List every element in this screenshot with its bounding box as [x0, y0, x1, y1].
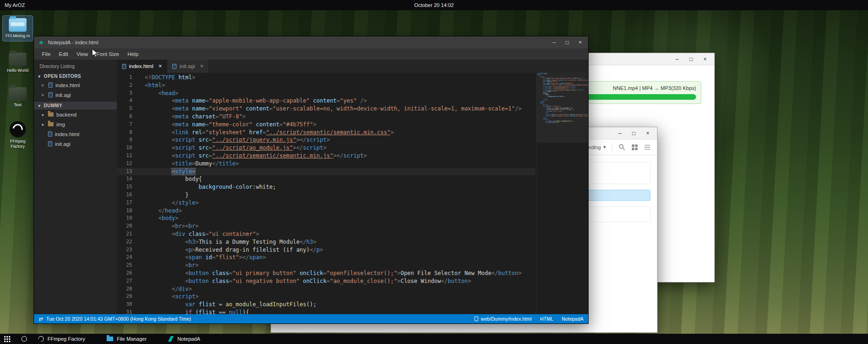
code-token: > [263, 254, 266, 261]
code-line[interactable]: 2<html> [117, 82, 535, 89]
open-editor-item-init-agi[interactable]: ✕init.agi [34, 90, 117, 100]
code-token: >< [182, 223, 188, 229]
open-editor-item-index-html[interactable]: ✕index.html [34, 80, 117, 90]
code-text: <button class="ui primary button" onclic… [145, 269, 522, 277]
code-line[interactable]: 18 </head> [117, 207, 535, 215]
document-icon [475, 316, 478, 321]
close-button[interactable]: × [574, 38, 586, 47]
list-view-icon[interactable] [644, 144, 651, 151]
maximize-button[interactable]: □ [687, 56, 695, 62]
aroz-menu-label[interactable]: My ArOZ [0, 2, 25, 8]
code-line[interactable]: 8 <link rel="stylesheet" href="../script… [117, 129, 535, 137]
notepada-titlebar[interactable]: NotepadA - index.html – □ × [34, 36, 588, 48]
code-line[interactable]: 16 } [117, 191, 535, 199]
menu-view[interactable]: View [72, 49, 92, 59]
desktop-icon-test[interactable]: Test [3, 85, 33, 110]
close-button[interactable]: × [701, 56, 709, 62]
code-line[interactable]: 3 <head> [117, 89, 535, 97]
code-token: > [364, 152, 367, 159]
maximize-button[interactable]: □ [630, 131, 637, 136]
code-token: link [175, 129, 189, 136]
code-token: title [175, 160, 192, 167]
task-notepada[interactable]: NotepadA [168, 336, 200, 342]
code-line[interactable]: 27 <button class="ui negative button" on… [117, 277, 535, 285]
tree-item-label: init.agi [55, 141, 70, 147]
code-line[interactable]: 11 <script src="../script/semantic/seman… [117, 152, 535, 160]
dummy-folder-section[interactable]: ▾ DUMMY [34, 102, 117, 110]
code-line[interactable]: 10 <script src="../script/ao_module.js">… [117, 144, 535, 152]
code-line[interactable]: 13 <style> [117, 168, 535, 176]
apps-grid-icon[interactable] [4, 336, 10, 342]
notepada-window[interactable]: NotepadA - index.html – □ × FileEditView… [34, 36, 589, 324]
desktop-icon-hello-world[interactable]: Hello World [3, 50, 33, 76]
code-line[interactable]: 24 <span id="flist"></span> [117, 254, 535, 261]
grid-view-icon[interactable] [631, 144, 638, 151]
close-icon[interactable]: × [158, 63, 162, 69]
code-line[interactable]: 28 </div> [117, 285, 535, 293]
tree-item-index-html[interactable]: index.html [34, 129, 117, 139]
maximize-button[interactable]: □ [561, 38, 573, 47]
task-file-manager[interactable]: File Manager [107, 336, 147, 342]
tree-item-backend[interactable]: ▸backend [34, 110, 117, 119]
code-line[interactable]: 15 background-color:white; [117, 183, 535, 191]
status-bar-right: web/Dummy/index.html HTML NotepadA [475, 316, 583, 322]
code-token: > [236, 160, 239, 167]
tree-item-img[interactable]: ▸img [34, 119, 117, 129]
minimap-token: > [562, 110, 563, 112]
aroz-circle-icon[interactable] [21, 336, 27, 342]
code-line[interactable]: 9 <script src="../script/jquery.min.js">… [117, 136, 535, 144]
task-ffmpeg-factory[interactable]: FFmpeg Factory [38, 336, 85, 342]
close-icon[interactable]: ✕ [41, 83, 46, 88]
code-line[interactable]: 25 <br> [117, 261, 535, 269]
tab-label: index.html [129, 63, 153, 69]
code-line[interactable]: 26 <button class="ui primary button" onc… [117, 269, 535, 277]
logo-circle-icon [10, 121, 26, 137]
menu-edit[interactable]: Edit [55, 49, 73, 59]
code-line[interactable]: 6 <meta charset="UTF-8"> [117, 113, 535, 121]
code-token: script [175, 144, 195, 151]
desktop-icon-fft-mining-m[interactable]: FFt.Mining m [3, 16, 33, 41]
code-line[interactable]: 1<!DOCTYPE html> [117, 74, 535, 82]
status-filepath[interactable]: web/Dummy/index.html [481, 316, 532, 322]
code-line[interactable]: 14 body{ [117, 175, 535, 183]
desktop-icon-ffmpeg-factory[interactable]: FFmpeg Factory [3, 119, 33, 151]
code-editor[interactable]: 1<!DOCTYPE html>2<html>3 <head>4 <meta n… [117, 73, 588, 314]
tree-item-label: index.html [55, 131, 79, 137]
code-token [145, 301, 185, 308]
close-icon[interactable]: × [200, 63, 203, 69]
code-line[interactable]: 7 <meta name="theme-color" content="#4b7… [117, 121, 535, 129]
code-line[interactable]: 31 if (flist == null){ [117, 309, 535, 314]
tab-index-html[interactable]: index.html× [117, 60, 167, 73]
minimize-button[interactable]: – [673, 56, 681, 62]
toolbar-divider [612, 144, 612, 151]
status-language[interactable]: HTML [540, 316, 554, 322]
code-line[interactable]: 30 var flist = ao_module_loadInputFiles(… [117, 301, 535, 309]
menu-help[interactable]: Help [123, 49, 143, 59]
tree-item-label: backend [56, 112, 76, 117]
code-line[interactable]: 5 <meta name="viewport" content="user-sc… [117, 105, 535, 113]
minimize-button[interactable]: – [548, 38, 560, 47]
close-button[interactable]: × [644, 131, 651, 136]
search-icon[interactable] [618, 144, 625, 151]
minimize-button[interactable]: – [616, 131, 624, 136]
open-editors-section[interactable]: ▾ OPEN EDITORS [34, 72, 117, 80]
code-line[interactable]: 17 </style> [117, 199, 535, 207]
code-line[interactable]: 20 <br><br> [117, 222, 535, 230]
code-token: flist [199, 301, 216, 308]
code-line[interactable]: 12 <title>Dummy</title> [117, 160, 535, 168]
menu-file[interactable]: File [38, 49, 55, 59]
code-line[interactable]: 4 <meta name="apple-mobile-web-app-capab… [117, 97, 535, 105]
minimap[interactable]: <!DOCTYPE html><html> <head> <meta name=… [536, 73, 588, 314]
code-line[interactable]: 22 <h3>This is a Dummy Testing Module</h… [117, 238, 535, 246]
code-line[interactable]: 29 <script> [117, 293, 535, 301]
code-line[interactable]: 19 <body> [117, 214, 535, 222]
code-token: "openfileselector();" [326, 270, 397, 276]
code-line[interactable]: 21 <div class="ui container"> [117, 230, 535, 238]
code-token: < [172, 223, 175, 229]
tree-item-init-agi[interactable]: init.agi [34, 139, 117, 149]
code-token: head [162, 90, 175, 96]
close-icon[interactable]: ✕ [41, 93, 46, 97]
clock: October 20 14:02 [0, 2, 868, 8]
code-line[interactable]: 23 <p>Received drag-in filelist (if any)… [117, 246, 535, 254]
tab-init-agi[interactable]: init.agi× [167, 60, 209, 73]
